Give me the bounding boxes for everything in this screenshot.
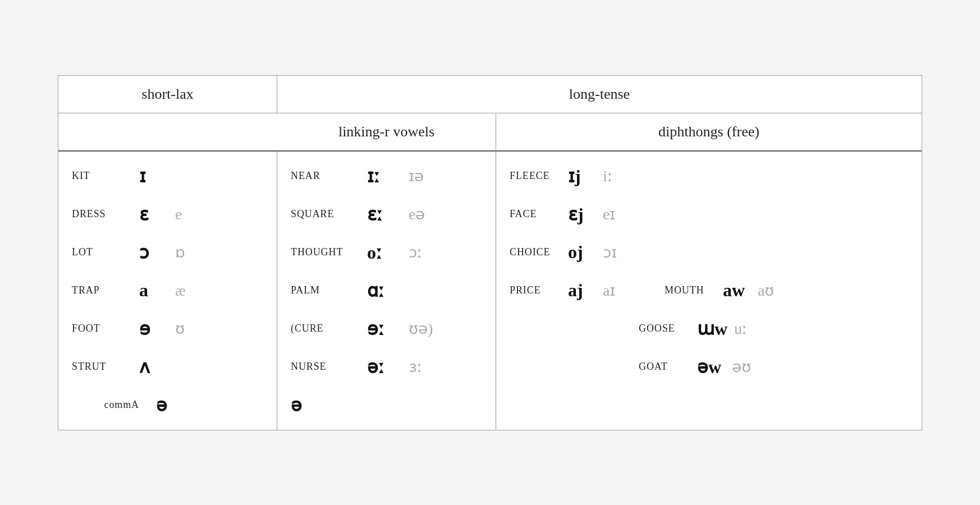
header-row-2: linking-r vowels diphthongs (free) (58, 113, 922, 152)
list-item: STRUT ʌ (58, 348, 277, 386)
sym-square-secondary: eə (409, 205, 425, 223)
word-dress: DRESS (72, 208, 128, 220)
sym-schwa: ə (291, 394, 324, 416)
header-short-lax: short-lax (58, 76, 277, 113)
list-item: PRICE aj aɪ MOUTH aw aʊ (496, 272, 922, 310)
sym-palm-primary: ɑː (367, 280, 401, 301)
sym-mouth-primary: aw (723, 280, 751, 301)
header-long-tense: long-tense (277, 76, 922, 113)
col-linking-r: NEAR ɪː ɪə SQUARE ɛː eə THOUGHT oː ɔː PA… (277, 152, 496, 430)
word-choice: CHOICE (510, 246, 560, 258)
diph-fleece-group: FLEECE ɪj iː (510, 166, 625, 187)
sym-lot-primary: ɔ (139, 242, 167, 263)
list-item: (CURE ɘː ʊə) (277, 310, 496, 348)
word-fleece: FLEECE (510, 170, 560, 182)
sym-nurse-secondary: ɜː (409, 357, 422, 376)
word-kit: KIT (72, 170, 128, 182)
diph-choice-group: CHOICE oj ɔɪ (510, 242, 625, 263)
sym-goat-secondary: əʊ (732, 357, 754, 376)
sym-cure-secondary: ʊə) (409, 319, 433, 338)
sym-choice-primary: oj (568, 242, 596, 263)
word-price: PRICE (510, 284, 560, 296)
col-diphthongs: FLEECE ɪj iː FACE ɛj eɪ CHOICE oj ɔɪ (496, 152, 922, 430)
list-item: FACE ɛj eɪ (496, 195, 922, 233)
list-item: CHOICE oj ɔɪ (496, 233, 922, 272)
word-cure: (CURE (291, 323, 358, 334)
main-table: short-lax long-tense linking-r vowels di… (58, 75, 922, 430)
sym-foot-primary: ɘ (139, 318, 167, 339)
sym-near-secondary: ɪə (409, 167, 424, 185)
sym-square-primary: ɛː (367, 204, 401, 225)
word-strut: STRUT (72, 361, 128, 373)
list-item: GOAT əw əʊ (496, 348, 922, 386)
list-item (496, 386, 922, 424)
list-item: DRESS ɛ e (58, 195, 277, 233)
sym-fleece-primary: ɪj (568, 166, 596, 187)
word-near: NEAR (291, 170, 358, 182)
word-face: FACE (510, 208, 560, 220)
word-palm: PALM (291, 284, 358, 296)
word-trap: TRAP (72, 284, 128, 296)
list-item: PALM ɑː (277, 272, 496, 310)
sym-goat-primary: əw (697, 356, 725, 378)
word-comma: commA (72, 399, 145, 411)
body-section: KIT ɪ DRESS ɛ e LOT ɔ ɒ TRAP a æ FOOT ɘ (58, 152, 922, 430)
header-linking-r: linking-r vowels (277, 113, 496, 150)
sym-lot-secondary: ɒ (175, 243, 198, 261)
word-goat: GOAT (639, 361, 689, 373)
sym-cure-primary: ɘː (367, 318, 401, 339)
sym-foot-secondary: ʊ (175, 319, 198, 338)
sym-face-secondary: eɪ (603, 205, 625, 223)
sym-trap-secondary: æ (175, 282, 198, 300)
sym-goose-primary: ɯw (697, 318, 727, 339)
word-lot: LOT (72, 246, 128, 258)
sym-strut-primary: ʌ (139, 356, 167, 378)
sym-thought-primary: oː (367, 242, 401, 263)
sym-trap-primary: a (139, 280, 167, 301)
word-square: SQUARE (291, 208, 358, 220)
sym-dress-primary: ɛ (139, 204, 167, 225)
diph-goose-group: GOOSE ɯw uː (639, 318, 757, 339)
diph-face-group: FACE ɛj eɪ (510, 204, 625, 225)
sym-thought-secondary: ɔː (409, 243, 422, 261)
diph-price-group: PRICE aj aɪ (510, 280, 625, 301)
list-item: KIT ɪ (58, 157, 277, 195)
list-item: FLEECE ɪj iː (496, 157, 922, 195)
list-item: ə (277, 386, 496, 424)
sym-near-primary: ɪː (367, 166, 401, 187)
word-nurse: NURSE (291, 361, 358, 373)
sym-mouth-secondary: aʊ (758, 281, 780, 300)
sym-face-primary: ɛj (568, 204, 596, 225)
word-foot: FOOT (72, 323, 128, 334)
word-thought: THOUGHT (291, 246, 358, 258)
diph-mouth-group: MOUTH aw aʊ (665, 280, 780, 301)
word-goose: GOOSE (639, 323, 689, 334)
sym-price-secondary: aɪ (603, 281, 625, 300)
list-item: commA ə (58, 386, 277, 424)
sym-comma-primary: ə (156, 394, 184, 416)
list-item: LOT ɔ ɒ (58, 233, 277, 272)
list-item: FOOT ɘ ʊ (58, 310, 277, 348)
sym-fleece-secondary: iː (603, 167, 625, 185)
list-item: THOUGHT oː ɔː (277, 233, 496, 272)
diph-goat-group: GOAT əw əʊ (639, 356, 754, 378)
sym-nurse-primary: əː (367, 356, 401, 378)
word-mouth: MOUTH (665, 284, 715, 296)
sym-choice-secondary: ɔɪ (603, 243, 625, 261)
sym-kit-primary: ɪ (139, 166, 167, 187)
sym-price-primary: aj (568, 280, 596, 301)
sym-dress-secondary: e (175, 205, 198, 223)
header-short-lax-empty (58, 113, 277, 150)
list-item: NURSE əː ɜː (277, 348, 496, 386)
list-item: NEAR ɪː ɪə (277, 157, 496, 195)
header-diphthongs: diphthongs (free) (496, 113, 922, 150)
list-item: TRAP a æ (58, 272, 277, 310)
col-short-lax: KIT ɪ DRESS ɛ e LOT ɔ ɒ TRAP a æ FOOT ɘ (58, 152, 277, 430)
header-row-1: short-lax long-tense (58, 76, 922, 113)
sym-goose-secondary: uː (734, 319, 757, 338)
list-item: GOOSE ɯw uː (496, 310, 922, 348)
list-item: SQUARE ɛː eə (277, 195, 496, 233)
